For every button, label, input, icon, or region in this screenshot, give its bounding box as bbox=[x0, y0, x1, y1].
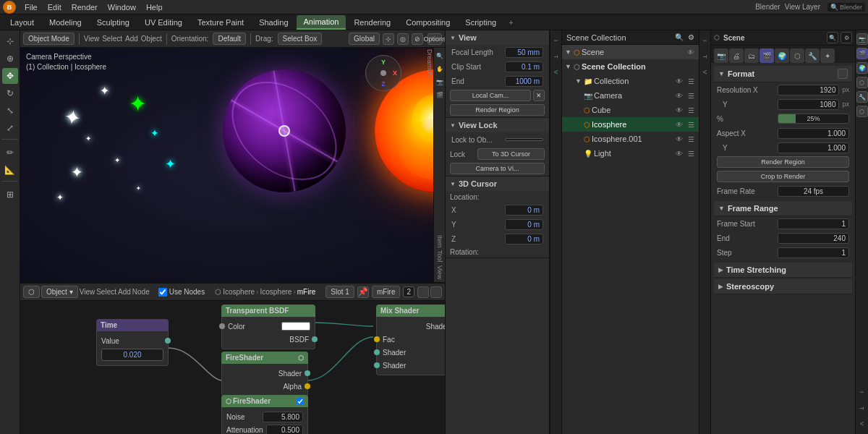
select-box-dropdown[interactable]: Select Box bbox=[278, 33, 323, 45]
props-tab-modifier[interactable]: 🔧 bbox=[805, 48, 820, 63]
res-y-value[interactable]: 1080 bbox=[778, 99, 839, 110]
crop-to-render-btn[interactable]: Crop to Render bbox=[717, 171, 849, 182]
node-time[interactable]: Time Value 0.020 bbox=[96, 319, 169, 366]
select-label[interactable]: Select bbox=[102, 35, 122, 43]
viewport-render-icon[interactable]: 🎬 bbox=[435, 90, 443, 100]
material-icon-2[interactable] bbox=[430, 286, 442, 298]
object-mode-dropdown[interactable]: Object Mode bbox=[23, 33, 75, 45]
format-settings-icon[interactable] bbox=[838, 69, 848, 79]
lock-to-ob-value[interactable] bbox=[505, 138, 543, 141]
tab-modeling[interactable]: Modeling bbox=[42, 16, 89, 29]
breadcrumb-item-2[interactable]: Icosphere bbox=[260, 288, 292, 296]
view-label[interactable]: View bbox=[84, 35, 100, 43]
ri-props-view[interactable]: V bbox=[857, 417, 867, 431]
menu-window[interactable]: Window bbox=[103, 1, 140, 13]
frame-rate-value[interactable]: 24 fps bbox=[778, 186, 849, 197]
ri-scene-view[interactable]: V bbox=[700, 65, 710, 80]
format-section-title[interactable]: ▼ Format bbox=[714, 66, 852, 82]
props-tab-view-layer[interactable]: 🗂 bbox=[744, 48, 759, 63]
object-label[interactable]: Object bbox=[141, 35, 162, 43]
tab-texture-paint[interactable]: Texture Paint bbox=[190, 16, 251, 29]
tab-rendering[interactable]: Rendering bbox=[346, 16, 398, 29]
settings-icon[interactable]: ⚙ bbox=[688, 33, 694, 41]
sidebar-scale-tool[interactable]: ⤡ bbox=[2, 103, 18, 119]
viewport-camera-icon[interactable]: 📷 bbox=[435, 77, 443, 87]
proportional-button[interactable]: ◎ bbox=[397, 33, 409, 45]
sidebar-rotate-tool[interactable]: ↻ bbox=[2, 85, 18, 101]
tab-uv-editing[interactable]: UV Editing bbox=[137, 16, 190, 29]
tab-scripting[interactable]: Scripting bbox=[458, 16, 503, 29]
breadcrumb-item-3[interactable]: mFire bbox=[297, 288, 316, 296]
item-label[interactable]: Item bbox=[436, 235, 443, 248]
focal-length-value[interactable]: 50 mm bbox=[505, 47, 543, 58]
node-time-display[interactable]: 0.020 bbox=[101, 349, 163, 361]
tree-cube[interactable]: ⬡ Cube 👁 ☰ bbox=[562, 103, 699, 117]
frame-range-title[interactable]: ▼ Frame Range bbox=[714, 201, 852, 216]
viewport-zoom-icon[interactable]: 🔍 bbox=[435, 51, 443, 61]
props-tab-object[interactable]: ⬡ bbox=[790, 48, 804, 63]
props-tab-render[interactable]: 📷 bbox=[714, 48, 728, 63]
tree-icosphere[interactable]: ⬡ Icosphere 👁 ☰ bbox=[562, 117, 699, 132]
props-tab-output[interactable]: 🖨 bbox=[729, 48, 744, 63]
orientation-dropdown[interactable]: Default bbox=[213, 33, 246, 45]
tree-light[interactable]: 💡 Light 👁 ☰ bbox=[562, 146, 699, 161]
node-mix-fac-socket[interactable] bbox=[374, 336, 380, 342]
node-time-output-socket[interactable] bbox=[165, 338, 171, 344]
tab-compositing[interactable]: Compositing bbox=[399, 16, 457, 29]
cube-render[interactable]: ☰ bbox=[686, 106, 696, 114]
icosphere-001-render[interactable]: ☰ bbox=[686, 135, 696, 143]
node-editor-type[interactable]: ⬡ bbox=[23, 286, 40, 298]
frame-step-value[interactable]: 1 bbox=[778, 247, 849, 258]
slot-dropdown[interactable]: Slot 1 bbox=[326, 286, 354, 298]
res-x-value[interactable]: 1920 bbox=[778, 85, 839, 95]
view-section-header[interactable]: ▼ View bbox=[446, 30, 549, 45]
node-object-dropdown[interactable]: Object ▾ bbox=[41, 286, 78, 298]
view-lock-header[interactable]: ▼ View Lock bbox=[446, 118, 549, 132]
icosphere-001-eye[interactable]: 👁 bbox=[674, 135, 684, 143]
context-modifier[interactable]: 🔧 bbox=[856, 91, 868, 103]
props-search[interactable]: 🔍 bbox=[827, 32, 838, 43]
sidebar-measure-tool[interactable]: 📐 bbox=[2, 162, 18, 178]
icosphere-render[interactable]: ☰ bbox=[686, 121, 696, 129]
sidebar-add-tool[interactable]: ⊞ bbox=[2, 187, 18, 203]
global-dropdown[interactable]: Global bbox=[349, 33, 380, 45]
menu-help[interactable]: Help bbox=[142, 1, 167, 13]
aspect-x-value[interactable]: 1.000 bbox=[778, 128, 849, 139]
local-cam-x[interactable]: ✕ bbox=[533, 90, 545, 101]
viewport-pan-icon[interactable]: ✋ bbox=[435, 64, 443, 74]
node-transparent-color-swatch[interactable] bbox=[281, 322, 310, 331]
camera-render[interactable]: ☰ bbox=[686, 92, 696, 100]
sidebar-annotate-tool[interactable]: ✏ bbox=[2, 145, 18, 161]
node-mix-shader1-socket[interactable] bbox=[374, 349, 380, 355]
props-tab-particles[interactable]: ✦ bbox=[820, 48, 835, 63]
scene-tree-root[interactable]: ▼ ⬡ Scene 👁 bbox=[562, 45, 699, 59]
filter-icon[interactable]: 🔍 bbox=[675, 33, 684, 41]
node-fireshader-main[interactable]: FireShader ⬡ Shader Alpha bbox=[221, 352, 308, 396]
light-eye[interactable]: 👁 bbox=[674, 150, 684, 158]
node-view[interactable]: View bbox=[80, 288, 95, 296]
node-add[interactable]: Add bbox=[118, 288, 131, 296]
context-scene-active[interactable]: 🎬 bbox=[856, 48, 868, 59]
use-nodes-checkbox[interactable] bbox=[158, 288, 167, 297]
clip-end-value[interactable]: 1000 m bbox=[505, 76, 543, 87]
tool-label[interactable]: Tool bbox=[436, 250, 443, 263]
ri-view[interactable]: V bbox=[551, 65, 561, 80]
node-transparent-bsdf-socket[interactable] bbox=[312, 336, 318, 342]
snap-button[interactable]: ⊹ bbox=[383, 33, 394, 45]
to-3d-cursor-button[interactable]: To 3D Cursor bbox=[477, 148, 545, 160]
scene-search-area[interactable]: 🔍 Blender bbox=[827, 3, 865, 12]
tree-camera[interactable]: 📷 Camera 👁 ☰ bbox=[562, 88, 699, 103]
menu-edit[interactable]: Edit bbox=[43, 1, 66, 13]
context-material[interactable]: ⬡ bbox=[856, 106, 868, 117]
node-fireshader-sub-checkbox[interactable] bbox=[297, 398, 304, 405]
frame-start-value[interactable]: 1 bbox=[778, 218, 849, 229]
ri-props-item[interactable]: I bbox=[857, 385, 867, 399]
node-canvas[interactable]: Time Value 0.020 Transparent BSDF bbox=[20, 301, 445, 434]
node-transparent-bsdf[interactable]: Transparent BSDF Color BSDF bbox=[221, 305, 315, 349]
ri-scene-item[interactable]: I bbox=[700, 33, 710, 48]
node-fireshader-alpha-socket[interactable] bbox=[305, 383, 310, 389]
sidebar-transform-tool[interactable]: ⤢ bbox=[2, 120, 18, 136]
tree-icosphere-001[interactable]: ⬡ Icosphere.001 👁 ☰ bbox=[562, 132, 699, 146]
node-fireshader-sub[interactable]: ⬡ FireShader Noise 5.800 Attenuation 0.5… bbox=[221, 395, 308, 434]
view-label-vert[interactable]: View bbox=[436, 265, 443, 279]
